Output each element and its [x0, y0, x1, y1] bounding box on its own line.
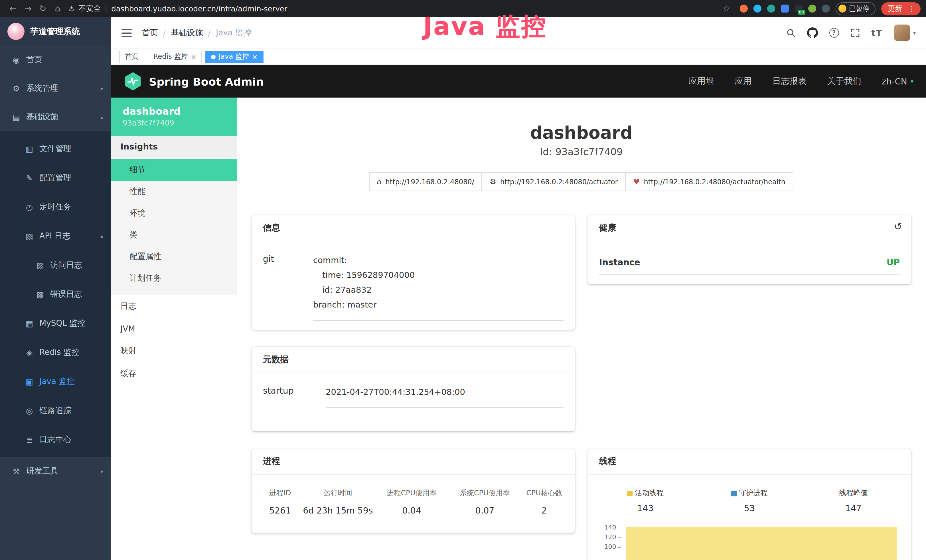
sidebar-item-file-management[interactable]: ▥ 文件管理 [0, 134, 111, 163]
tab-label: Redis 监控 [153, 52, 188, 62]
clock-icon: ◷ [24, 202, 34, 211]
tab-redis-monitor[interactable]: Redis 监控 × [148, 50, 202, 63]
breadcrumb-item-infrastructure[interactable]: 基础设施 [171, 28, 203, 38]
update-button[interactable]: 更新 ⋮ [881, 2, 920, 15]
process-col-header: 运行时间 [301, 485, 375, 502]
fullscreen-icon[interactable] [850, 28, 860, 38]
profile-badge-label: 已暂停 [849, 4, 870, 14]
help-icon[interactable]: ? [829, 28, 839, 38]
url-text[interactable]: dashboard.yudao.iocoder.cn/infra/admin-s… [111, 4, 287, 13]
github-icon[interactable] [807, 27, 818, 38]
health-row-label: Instance [599, 257, 640, 268]
menu-item-caches[interactable]: 缓存 [111, 362, 237, 385]
cpu-cores-value: 2 [521, 502, 567, 518]
sidebar-menu: ◉ 首页 ⚙ 系统管理 ▾ ▤ 基础设施 ▴ ▥ 文件管理 [0, 45, 111, 486]
sidebar-item-infrastructure[interactable]: ▤ 基础设施 ▴ [0, 103, 111, 131]
menu-item-mappings[interactable]: 映射 [111, 339, 237, 362]
history-icon[interactable]: ↺ [894, 221, 902, 232]
menu-item-loggers[interactable]: 日志 [111, 295, 237, 318]
git-id-line: id: 27aa832 [313, 282, 564, 297]
search-icon[interactable] [786, 28, 795, 38]
close-icon[interactable]: × [252, 53, 257, 60]
extension-icon[interactable] [753, 5, 761, 12]
health-card-title: 健康 [599, 222, 616, 233]
sidebar-item-mysql-monitor[interactable]: ▦ MySQL 监控 [0, 309, 111, 338]
sidebar-item-config-management[interactable]: ✎ 配置管理 [0, 163, 111, 192]
list-icon: ≣ [24, 435, 34, 444]
browser-home-icon[interactable]: ⌂ [50, 3, 65, 14]
threads-card: 线程 活动线程 守护进 [588, 449, 911, 560]
extensions-puzzle-icon[interactable] [822, 5, 830, 12]
tab-home[interactable]: 首页 [119, 50, 144, 63]
back-icon[interactable]: ← [6, 3, 21, 14]
sidebar-item-access-logs[interactable]: ▨ 访问日志 [0, 250, 111, 280]
sba-nav-journal[interactable]: 日志报表 [772, 76, 806, 87]
bookmark-star-icon[interactable]: ☆ [719, 3, 734, 14]
sidebar-item-trace[interactable]: ◎ 链路追踪 [0, 396, 111, 425]
health-url-link[interactable]: ♥ http://192.168.0.2:48080/actuator/heal… [625, 172, 793, 191]
instance-title: dashboard [237, 123, 926, 143]
extension-icon[interactable] [740, 5, 747, 12]
sidebar-item-label: 链路追踪 [39, 406, 71, 416]
address-separator: | [105, 4, 107, 13]
menu-item-scheduled-tasks[interactable]: 计划任务 [111, 268, 237, 289]
sidebar-item-error-logs[interactable]: ▩ 错误日志 [0, 280, 111, 309]
user-menu[interactable]: ▾ [894, 24, 916, 41]
sba-nav-about[interactable]: 关于我们 [827, 76, 861, 87]
language-selector[interactable]: zh-CN ▾ [882, 76, 914, 86]
user-avatar [894, 24, 910, 41]
close-icon[interactable]: × [191, 53, 196, 60]
app-logo[interactable]: 芋道管理系统 [0, 17, 111, 45]
java-monitor-icon: ▣ [24, 377, 34, 386]
sidebar-item-scheduled-jobs[interactable]: ◷ 定时任务 [0, 192, 111, 221]
security-label[interactable]: 不安全 [79, 3, 101, 14]
legend-peak-threads: 线程峰值 [801, 489, 905, 498]
service-url-link[interactable]: ⌂ http://192.168.0.2:48080/ [369, 172, 482, 191]
extension-icon[interactable] [781, 5, 788, 12]
sidebar-item-system-management[interactable]: ⚙ 系统管理 ▾ [0, 74, 111, 103]
y-axis-tick: 140 [596, 524, 621, 531]
sidebar-item-log-center[interactable]: ≣ 日志中心 [0, 425, 111, 454]
sidebar-item-redis-monitor[interactable]: ◈ Redis 监控 [0, 338, 111, 367]
tab-java-monitor[interactable]: Java 监控 × [206, 50, 263, 63]
menu-item-classes[interactable]: 类 [111, 224, 237, 246]
forward-icon[interactable]: → [21, 3, 35, 14]
sidebar-item-home[interactable]: ◉ 首页 [0, 45, 111, 74]
git-time-line: time: 1596289704000 [313, 268, 564, 282]
sidebar-item-dev-tools[interactable]: ⚒ 研发工具 ▾ [0, 457, 111, 486]
instance-header[interactable]: dashboard 93a3fc7f7409 [111, 98, 237, 136]
sidebar-item-label: 访问日志 [50, 260, 82, 270]
legend-live-threads: 活动线程 [593, 489, 698, 498]
wrench-icon: ⚙ [490, 177, 496, 186]
heart-icon: ♥ [633, 177, 640, 186]
sidebar-item-api-logs[interactable]: ▧ API 日志 ▴ [0, 221, 111, 250]
actuator-url-link[interactable]: ⚙ http://192.168.0.2:48080/actuator [482, 172, 626, 191]
menu-item-config-props[interactable]: 配置属性 [111, 246, 237, 268]
profile-badge[interactable]: 已暂停 [835, 2, 875, 15]
menu-item-environment[interactable]: 环境 [111, 203, 237, 224]
service-url-text: http://192.168.0.2:48080/ [386, 178, 474, 186]
app-logo-image [8, 23, 24, 40]
screen: ← → ↻ ⌂ ⚠ 不安全 | dashboard.yudao.iocoder.… [0, 0, 926, 560]
sidebar-item-label: 日志中心 [39, 434, 71, 445]
process-card-title: 进程 [251, 449, 575, 475]
language-value: zh-CN [882, 76, 907, 86]
sidebar-toggle-icon[interactable] [121, 28, 132, 37]
tools-icon: ⚒ [11, 467, 21, 476]
address-bar[interactable]: ⚠ 不安全 | dashboard.yudao.iocoder.cn/infra… [68, 3, 719, 14]
font-size-icon[interactable]: tT [871, 28, 882, 38]
extension-icon[interactable] [808, 5, 816, 12]
menu-kebab-icon[interactable]: ⋮ [905, 4, 917, 13]
menu-item-jvm[interactable]: JVM [111, 318, 237, 339]
breadcrumb-item-home[interactable]: 首页 [142, 28, 158, 38]
reload-icon[interactable]: ↻ [35, 3, 50, 14]
extension-icon[interactable]: on [794, 5, 802, 12]
menu-item-details[interactable]: 细节 [111, 159, 237, 181]
process-col-header: 系统CPU使用率 [448, 485, 521, 502]
sba-nav-applications[interactable]: 应用 [735, 76, 752, 87]
menu-item-metrics[interactable]: 性能 [111, 181, 237, 203]
sba-brand-title[interactable]: Spring Boot Admin [149, 75, 264, 88]
sidebar-item-java-monitor[interactable]: ▣ Java 监控 [0, 367, 111, 396]
sba-nav-wallboard[interactable]: 应用墙 [688, 76, 714, 87]
extension-icon[interactable] [767, 5, 775, 12]
